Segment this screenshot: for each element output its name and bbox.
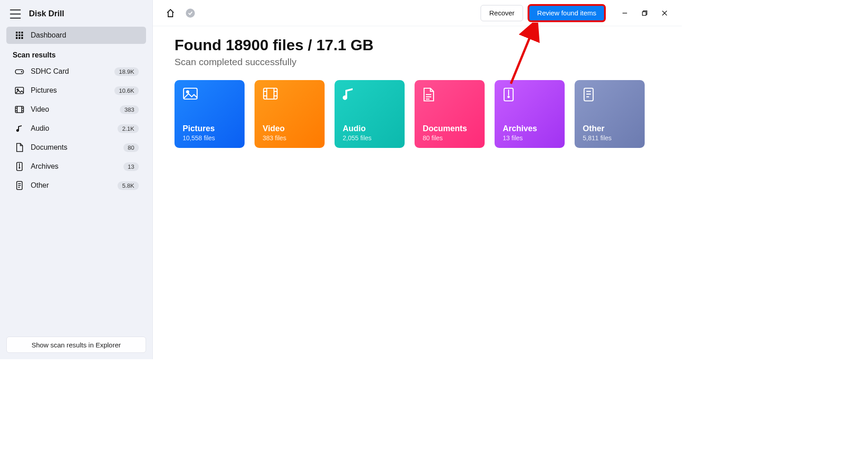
sidebar: Disk Drill Dashboard Scan results SDHC C… <box>0 0 153 359</box>
document-icon <box>14 142 24 152</box>
card-title: Archives <box>503 124 557 133</box>
category-card-archives[interactable]: Archives 13 files <box>495 80 565 148</box>
sidebar-item-label: Documents <box>31 143 123 152</box>
sidebar-item-label: Video <box>31 105 120 114</box>
card-title: Documents <box>423 124 477 133</box>
card-title: Video <box>263 124 317 133</box>
page-icon <box>583 87 637 104</box>
card-subtitle: 80 files <box>423 134 477 142</box>
sidebar-item-badge: 2.1K <box>118 124 139 133</box>
svg-rect-4 <box>19 34 20 36</box>
hamburger-menu-icon[interactable] <box>10 10 21 19</box>
sidebar-item-video[interactable]: Video 383 <box>6 101 146 118</box>
sidebar-item-documents[interactable]: Documents 80 <box>6 139 146 156</box>
recover-button[interactable]: Recover <box>481 5 523 21</box>
card-title: Other <box>583 124 637 133</box>
results-headline: Found 18900 files / 17.1 GB <box>175 36 682 54</box>
image-icon <box>183 87 237 104</box>
sidebar-item-label: SDHC Card <box>31 67 114 76</box>
nav-dashboard-label: Dashboard <box>31 31 139 39</box>
card-title: Pictures <box>183 124 237 133</box>
category-card-documents[interactable]: Documents 80 files <box>415 80 485 148</box>
toolbar: Recover Review found items <box>153 0 682 26</box>
svg-rect-33 <box>264 88 277 99</box>
card-title: Audio <box>343 124 397 133</box>
card-subtitle: 13 files <box>503 134 557 142</box>
svg-rect-31 <box>184 88 197 99</box>
category-card-pictures[interactable]: Pictures 10,558 files <box>175 80 245 148</box>
sidebar-item-audio[interactable]: Audio 2.1K <box>6 120 146 137</box>
svg-rect-6 <box>16 37 18 39</box>
svg-rect-0 <box>16 32 18 33</box>
archive-icon <box>14 162 24 171</box>
card-subtitle: 5,811 files <box>583 134 637 142</box>
film-icon <box>14 104 24 114</box>
window-maximize-button[interactable] <box>635 6 655 20</box>
drive-icon <box>14 66 24 76</box>
scan-status-icon <box>184 6 197 20</box>
review-found-items-button[interactable]: Review found items <box>528 5 605 21</box>
sidebar-item-label: Audio <box>31 124 118 133</box>
film-icon <box>263 87 317 104</box>
svg-rect-13 <box>15 106 24 113</box>
music-note-icon <box>14 124 24 133</box>
sidebar-item-badge: 10.6K <box>114 86 139 95</box>
category-card-other[interactable]: Other 5,811 files <box>575 80 645 148</box>
sidebar-item-badge: 5.8K <box>118 181 139 190</box>
results-status: Scan completed successfully <box>175 57 682 67</box>
app-title: Disk Drill <box>29 9 64 19</box>
svg-point-32 <box>187 91 189 93</box>
card-subtitle: 2,055 files <box>343 134 397 142</box>
archive-icon <box>503 87 557 104</box>
svg-rect-2 <box>21 32 23 33</box>
svg-rect-7 <box>19 37 20 39</box>
sidebar-item-other[interactable]: Other 5.8K <box>6 177 146 194</box>
page-icon <box>14 180 24 190</box>
svg-point-45 <box>508 96 509 98</box>
music-note-icon <box>343 87 397 104</box>
sidebar-item-badge: 13 <box>123 162 139 171</box>
svg-point-12 <box>17 89 19 90</box>
sidebar-item-label: Other <box>31 181 118 190</box>
svg-rect-28 <box>642 12 646 15</box>
sidebar-item-label: Archives <box>31 162 123 171</box>
sidebar-item-badge: 80 <box>123 143 139 152</box>
card-subtitle: 10,558 files <box>183 134 237 142</box>
show-in-explorer-button[interactable]: Show scan results in Explorer <box>6 337 146 353</box>
nav-dashboard[interactable]: Dashboard <box>6 27 146 44</box>
sidebar-item-pictures[interactable]: Pictures 10.6K <box>6 82 146 99</box>
sidebar-item-badge: 18.9K <box>114 67 139 76</box>
svg-rect-8 <box>21 37 23 39</box>
svg-rect-3 <box>16 34 18 36</box>
svg-point-10 <box>21 71 22 72</box>
category-card-audio[interactable]: Audio 2,055 files <box>335 80 405 148</box>
svg-rect-5 <box>21 34 23 36</box>
card-subtitle: 383 files <box>263 134 317 142</box>
sidebar-item-sdhc[interactable]: SDHC Card 18.9K <box>6 63 146 80</box>
grid-icon <box>14 30 24 40</box>
category-card-video[interactable]: Video 383 files <box>255 80 325 148</box>
window-close-button[interactable] <box>655 6 675 20</box>
window-minimize-button[interactable] <box>615 6 635 20</box>
home-button[interactable] <box>164 6 177 20</box>
svg-rect-1 <box>19 32 20 33</box>
image-icon <box>14 86 24 95</box>
document-icon <box>423 87 477 104</box>
sidebar-section-title: Scan results <box>0 45 152 62</box>
sidebar-item-label: Pictures <box>31 86 114 95</box>
sidebar-item-badge: 383 <box>120 105 139 114</box>
svg-point-22 <box>19 167 20 168</box>
sidebar-item-archives[interactable]: Archives 13 <box>6 158 146 175</box>
